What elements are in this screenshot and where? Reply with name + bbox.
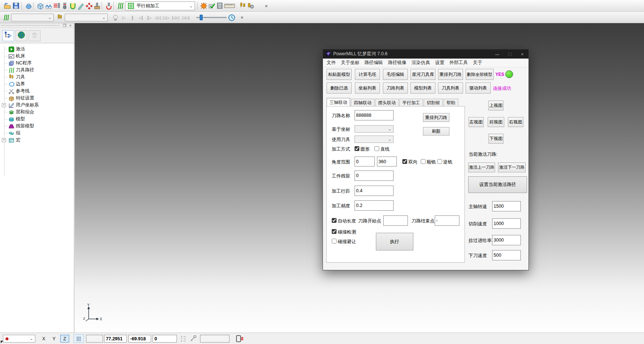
step-forward-button[interactable]: |▷ — [145, 14, 153, 21]
delete-all-models-button[interactable]: 删除全部模型 — [466, 69, 494, 80]
step-back-button[interactable]: ◁| — [137, 14, 145, 21]
chevron-down-icon[interactable]: ⌄ — [189, 4, 193, 8]
maximize-button[interactable]: ▢ — [504, 49, 516, 59]
tree-item-stock-model[interactable]: 残留模型 — [0, 123, 34, 130]
menu-settings[interactable]: 设置 — [435, 60, 444, 66]
model-list-button[interactable]: 模型列表 — [410, 83, 435, 94]
coord-list-button[interactable]: 坐标列表 — [355, 83, 380, 94]
tree-item-levels[interactable]: 层和组合 — [0, 109, 34, 116]
stock-allowance-input[interactable] — [355, 171, 394, 181]
rewind-button[interactable]: ◁◁ — [154, 14, 161, 21]
chevron-down-icon[interactable]: ⌄ — [388, 137, 391, 142]
view-right-button[interactable]: 右视图 — [508, 117, 523, 127]
based-coord-combo[interactable]: ⌄ — [355, 125, 394, 133]
y-axis-button[interactable]: Y — [50, 335, 58, 343]
pattern-pencil-icon[interactable] — [77, 1, 85, 10]
spindle-speed-input[interactable] — [492, 201, 521, 211]
cursor-z-field[interactable]: 0 — [153, 335, 177, 343]
play-button[interactable]: ▷ — [120, 14, 128, 21]
tree-item-activate[interactable]: 激活 — [0, 46, 25, 53]
chevron-down-icon[interactable]: ⌄ — [30, 336, 33, 341]
delete-selected-button[interactable]: 删除已选 — [327, 83, 352, 94]
skim-feed-input[interactable] — [492, 235, 521, 245]
circle-checkbox[interactable] — [355, 146, 359, 151]
open-project-icon[interactable] — [3, 1, 11, 10]
end-point-input[interactable] — [435, 215, 459, 226]
minimize-button[interactable]: — — [491, 49, 504, 59]
calculator-icon[interactable] — [216, 1, 224, 10]
line-checkbox[interactable] — [374, 146, 379, 151]
toolpath-list-button[interactable]: 刀路列表 — [383, 83, 408, 94]
tool-list-button[interactable]: 刀具列表 — [438, 83, 463, 94]
tolerance-input[interactable] — [355, 200, 394, 211]
expand-icon[interactable]: + — [2, 103, 6, 107]
auto-length-checkbox[interactable] — [332, 218, 337, 223]
lightbulb-icon[interactable] — [111, 13, 120, 22]
reorder-button[interactable]: 重排列刀路 — [423, 113, 449, 122]
chevron-down-icon[interactable]: ⌄ — [388, 127, 391, 131]
block-icon[interactable] — [36, 1, 45, 10]
save-icon[interactable] — [12, 1, 20, 10]
collision-avoid-checkbox[interactable] — [332, 239, 337, 243]
angle-from-input[interactable] — [355, 157, 375, 166]
clock-icon[interactable] — [227, 13, 236, 22]
menu-about-coords[interactable]: 关于坐标 — [341, 60, 359, 66]
view-left-button[interactable]: 左视图 — [469, 117, 484, 127]
cursor-x-field[interactable]: 77.2951 — [104, 335, 127, 343]
expand-icon[interactable]: + — [2, 138, 6, 142]
tool-select-combo[interactable]: ⌄ — [65, 14, 108, 21]
x-axis-button[interactable]: X — [40, 335, 48, 343]
tab-4axis[interactable]: 四轴联动 — [351, 99, 374, 106]
grid-toggle-button[interactable] — [74, 334, 84, 343]
toolbar-close-icon[interactable]: × — [263, 3, 269, 9]
tool-settings-icon[interactable] — [246, 1, 255, 10]
tab-help[interactable]: 帮助 — [444, 99, 458, 106]
menu-external-tools[interactable]: 外部工具 — [449, 60, 468, 66]
menu-render-sim[interactable]: 渲染仿真 — [412, 60, 430, 66]
tree-item-feature-set[interactable]: 特征设置 — [0, 95, 34, 102]
toolpath-select-combo[interactable]: ⌄ — [11, 14, 54, 21]
collision-check-checkbox[interactable] — [332, 229, 337, 234]
points-pattern-icon[interactable] — [85, 1, 93, 10]
view-front-button[interactable]: 前视图 — [488, 117, 504, 127]
chevron-down-icon[interactable]: ⌄ — [48, 15, 51, 20]
calc-stock-button[interactable]: 计算毛坯 — [355, 69, 380, 80]
toolpath-logo-icon[interactable] — [116, 1, 125, 10]
burst-tool-icon[interactable] — [199, 1, 208, 10]
screen-rotate-icon[interactable] — [235, 335, 243, 344]
plunge-speed-input[interactable] — [492, 250, 521, 260]
activate-prev-toolpath-button[interactable]: 激活上一刀路 — [468, 162, 495, 172]
simbar-close-icon[interactable]: × — [239, 14, 245, 20]
menu-path-edit[interactable]: 路径编辑 — [364, 60, 383, 66]
tree-item-boundary[interactable]: 边界 — [0, 81, 25, 88]
tab-saw[interactable]: 切割锯 — [424, 99, 443, 106]
angle-to-input[interactable] — [377, 157, 397, 166]
bidirectional-checkbox[interactable] — [402, 159, 407, 164]
activate-next-toolpath-button[interactable]: 激活下一刀路 — [498, 162, 526, 172]
fence-limit-icon[interactable] — [44, 1, 53, 10]
view-top-button[interactable]: 上视图 — [488, 101, 504, 110]
conventional-mill-checkbox[interactable] — [437, 159, 442, 164]
tree-item-toolpaths[interactable]: 刀具路径 — [0, 67, 34, 74]
cursor-y-field[interactable]: -69.918 — [128, 335, 151, 343]
tool-block-icon[interactable] — [93, 1, 101, 10]
tab-3axis[interactable]: 三轴联动 — [327, 98, 350, 106]
tree-item-machine[interactable]: 机床 — [0, 53, 25, 60]
go-to-start-button[interactable]: |◁◁ — [171, 14, 180, 21]
workplane-combo[interactable]: ⌄ — [3, 335, 35, 343]
reorder-toolpaths-button[interactable]: 重排列刀路 — [438, 69, 463, 80]
fast-forward-button[interactable]: ▷▷ — [162, 14, 170, 21]
dialog-titlebar[interactable]: PowerMILL 忆梦星河 7.0.6 — ▢ × — [323, 49, 529, 59]
menu-path-mirror[interactable]: 路径镜像 — [388, 60, 406, 66]
tree-item-group[interactable]: 组 — [0, 130, 21, 137]
use-tool-combo[interactable]: ⌄ — [355, 136, 394, 143]
ball-tool-icon[interactable] — [60, 1, 69, 10]
tree-item-pattern[interactable]: 参考线 — [0, 88, 30, 95]
panel-close-icon[interactable]: × — [68, 23, 73, 28]
tolerance-status-field[interactable] — [200, 335, 230, 343]
start-point-input[interactable] — [383, 215, 408, 226]
tab-parallel[interactable]: 平行加工 — [399, 99, 423, 106]
explorer-tree-tab[interactable] — [2, 30, 14, 41]
menu-about[interactable]: 关于 — [473, 60, 482, 66]
paste-new-model-button[interactable]: 粘贴新模型 — [327, 69, 352, 80]
